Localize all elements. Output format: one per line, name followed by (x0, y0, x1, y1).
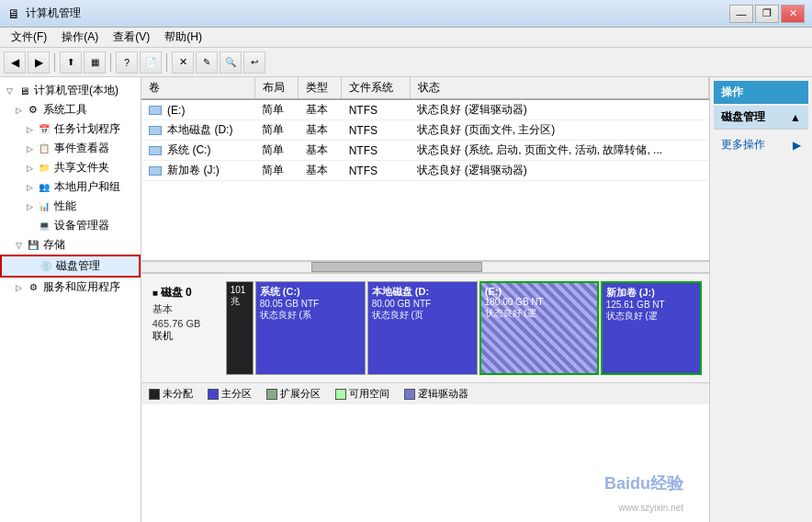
menu-action[interactable]: 操作(A) (54, 28, 106, 47)
table-area[interactable]: 卷 布局 类型 文件系统 状态 (E:) (141, 77, 709, 261)
help-button[interactable]: ? (116, 51, 138, 74)
legend-box-primary (208, 389, 219, 400)
watermark-baidu: Baidu经验 (604, 472, 683, 494)
partition-c-size: 80.05 GB NTF (260, 299, 361, 309)
tree-root[interactable]: ▽ 🖥 计算机管理(本地) (0, 81, 141, 100)
cell-vol-0: (E:) (141, 99, 255, 120)
cell-fs-0: NTFS (342, 99, 411, 120)
tree-item-shared-folders[interactable]: ▷ 📁 共享文件夹 (0, 158, 141, 177)
tree-item-device-manager[interactable]: 💻 设备管理器 (0, 216, 141, 235)
action-more-arrow: ▶ (793, 139, 801, 152)
forward-button[interactable]: ▶ (28, 51, 50, 74)
legend-extended: 扩展分区 (266, 387, 321, 401)
view-button[interactable]: ▦ (84, 51, 106, 74)
title-bar: 🖥 计算机管理 — ❐ ✕ (0, 0, 812, 28)
cell-layout-1: 简单 (254, 120, 298, 141)
partition-j-name: 新加卷 (J:) (606, 286, 696, 300)
scrollbar-thumb[interactable] (311, 262, 481, 272)
cell-vol-2: 系统 (C:) (141, 141, 255, 161)
tree-item-storage[interactable]: ▽ 💾 存储 (0, 235, 141, 255)
label-local-users: 本地用户和组 (54, 179, 120, 195)
disk-type: 基本 (152, 302, 219, 316)
partition-d-status: 状态良好 (页 (372, 309, 473, 322)
disk-name: ■ 磁盘 0 (152, 285, 219, 301)
tree-item-disk-management[interactable]: 💿 磁盘管理 (0, 255, 141, 278)
label-system-tools: 系统工具 (43, 102, 87, 118)
label-disk-management: 磁盘管理 (56, 258, 100, 274)
legend-label-unallocated: 未分配 (163, 387, 193, 401)
horizontal-scrollbar[interactable] (141, 261, 709, 272)
cell-layout-3: 简单 (254, 161, 298, 181)
disk-view: ■ 磁盘 0 基本 465.76 GB 联机 101 兆 系统 (C:) (141, 272, 709, 382)
minimize-button[interactable]: — (729, 5, 753, 23)
toolbar-separator-1 (54, 53, 55, 72)
actions-panel: 操作 磁盘管理 ▲ 更多操作 ▶ (709, 77, 812, 522)
label-performance: 性能 (54, 199, 76, 214)
table-row[interactable]: (E:) 简单 基本 NTFS 状态良好 (逻辑驱动器) (141, 99, 709, 120)
partition-j[interactable]: 新加卷 (J:) 125.61 GB NT 状态良好 (逻 (601, 281, 702, 375)
legend-label-primary: 主分区 (221, 387, 252, 401)
label-shared-folders: 共享文件夹 (54, 160, 109, 176)
close-button[interactable]: ✕ (781, 5, 805, 23)
label-storage: 存储 (43, 237, 65, 253)
partition-e-name: (E:) (485, 286, 593, 297)
legend-primary: 主分区 (208, 387, 252, 401)
col-header-fs: 文件系统 (342, 77, 411, 99)
up-button[interactable]: ⬆ (60, 51, 82, 74)
action-more-label: 更多操作 (721, 137, 765, 153)
menu-help[interactable]: 帮助(H) (157, 28, 209, 47)
partition-c[interactable]: 系统 (C:) 80.05 GB NTF 状态良好 (系 (255, 281, 366, 375)
legend-label-free: 可用空间 (349, 387, 389, 401)
partition-d[interactable]: 本地磁盘 (D: 80.00 GB NTF 状态良好 (页 (367, 281, 478, 375)
expand-local-users: ▷ (24, 182, 35, 193)
storage-icon: 💾 (26, 238, 40, 253)
col-header-vol: 卷 (141, 77, 255, 99)
tree-item-system-tools[interactable]: ▷ ⚙ 系统工具 (0, 100, 141, 119)
tree-item-event-viewer[interactable]: ▷ 📋 事件查看器 (0, 139, 141, 158)
cell-fs-1: NTFS (342, 120, 411, 141)
expand-device-manager (24, 221, 35, 232)
services-icon: ⚙ (26, 280, 40, 295)
cell-type-2: 基本 (299, 141, 342, 161)
tree-item-local-users[interactable]: ▷ 👥 本地用户和组 (0, 177, 141, 197)
table-row[interactable]: 系统 (C:) 简单 基本 NTFS 状态良好 (系统, 启动, 页面文件, 活… (141, 141, 709, 161)
search-button[interactable]: 🔍 (220, 51, 242, 74)
back-button[interactable]: ◀ (4, 51, 26, 74)
app-icon: 🖥 (7, 6, 20, 21)
cell-fs-3: NTFS (342, 161, 411, 181)
toolbar-separator-3 (166, 53, 167, 72)
unallocated-size: 101 兆 (231, 285, 249, 308)
tree-item-task-scheduler[interactable]: ▷ 📅 任务计划程序 (0, 119, 141, 139)
restore-button[interactable]: ❐ (755, 5, 779, 23)
task-scheduler-icon: 📅 (37, 122, 51, 137)
actions-title: 操作 (714, 81, 808, 104)
expand-performance: ▷ (24, 201, 35, 212)
partition-j-size: 125.61 GB NT (606, 300, 696, 310)
menu-view[interactable]: 查看(V) (106, 28, 157, 47)
right-panel: 卷 布局 类型 文件系统 状态 (E:) (141, 77, 709, 522)
cell-status-2: 状态良好 (系统, 启动, 页面文件, 活动, 故障转储, ... (410, 141, 708, 161)
new-button[interactable]: 📄 (140, 51, 162, 74)
partition-d-size: 80.00 GB NTF (372, 299, 473, 309)
partition-e[interactable]: (E:) 180.00 GB NT 状态良好 (逻 (479, 281, 599, 375)
partition-unallocated[interactable]: 101 兆 (226, 281, 254, 375)
refresh-button[interactable]: ↩ (243, 51, 265, 74)
legend-box-extended (266, 389, 277, 400)
delete-button[interactable]: ✕ (172, 51, 194, 74)
toolbar: ◀ ▶ ⬆ ▦ ? 📄 ✕ ✎ 🔍 ↩ (0, 48, 812, 77)
tree-item-performance[interactable]: ▷ 📊 性能 (0, 197, 141, 216)
cell-type-3: 基本 (299, 161, 342, 181)
left-panel: ▽ 🖥 计算机管理(本地) ▷ ⚙ 系统工具 ▷ 📅 任务计划程序 ▷ 📋 事件… (0, 77, 141, 522)
table-row[interactable]: 新加卷 (J:) 简单 基本 NTFS 状态良好 (逻辑驱动器) (141, 161, 709, 181)
action-more[interactable]: 更多操作 ▶ (714, 133, 808, 156)
tree-item-services[interactable]: ▷ ⚙ 服务和应用程序 (0, 278, 141, 297)
shared-folders-icon: 📁 (37, 161, 51, 176)
properties-button[interactable]: ✎ (196, 51, 218, 74)
table-row[interactable]: 本地磁盘 (D:) 简单 基本 NTFS 状态良好 (页面文件, 主分区) (141, 120, 709, 141)
toolbar-separator-2 (110, 53, 111, 72)
legend-box-unallocated (149, 389, 160, 400)
menu-file[interactable]: 文件(F) (4, 28, 54, 47)
actions-section-arrow: ▲ (790, 111, 801, 124)
legend-unallocated: 未分配 (149, 387, 193, 401)
disk-size: 465.76 GB (152, 318, 219, 329)
